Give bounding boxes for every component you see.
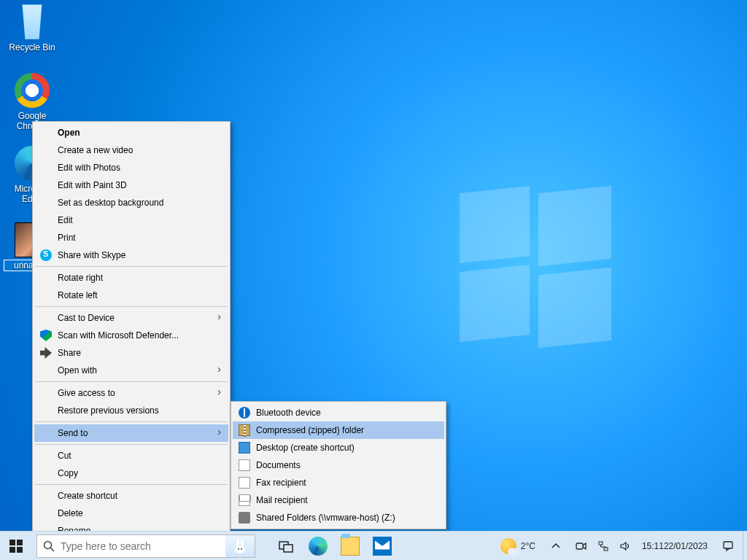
menu-item-label: Open bbox=[58, 128, 80, 138]
sendto-item-shared-folders[interactable]: Shared Folders (\\vmware-host) (Z:) bbox=[233, 509, 444, 526]
menu-item-create-video[interactable]: Create a new video bbox=[34, 141, 228, 159]
action-center-button[interactable] bbox=[713, 532, 743, 560]
menu-item-cut[interactable]: Cut bbox=[34, 447, 228, 464]
meet-now-icon bbox=[576, 540, 587, 552]
menu-item-label: Share bbox=[58, 348, 81, 358]
taskbar-app-edge[interactable] bbox=[302, 532, 334, 561]
menu-item-label: Share with Skype bbox=[58, 250, 125, 260]
menu-item-label: Documents bbox=[256, 460, 301, 470]
menu-item-edit-photos[interactable]: Edit with Photos bbox=[34, 159, 228, 176]
menu-item-label: Create shortcut bbox=[58, 491, 117, 501]
svg-rect-13 bbox=[576, 543, 583, 549]
sendto-submenu: Bluetooth device Compressed (zipped) fol… bbox=[231, 401, 446, 529]
menu-item-label: Open with bbox=[58, 365, 97, 376]
sendto-item-mail[interactable]: Mail recipient bbox=[233, 491, 444, 509]
show-desktop-button[interactable] bbox=[743, 532, 747, 561]
menu-item-give-access-to[interactable]: Give access to bbox=[34, 384, 228, 402]
menu-separator bbox=[35, 444, 228, 445]
menu-item-cast-to-device[interactable]: Cast to Device bbox=[34, 309, 228, 327]
menu-item-label: Edit bbox=[58, 215, 73, 225]
share-icon bbox=[40, 347, 52, 359]
taskbar: 2°C 15:11 22/01/2023 bbox=[0, 531, 747, 560]
chevron-up-icon bbox=[550, 540, 562, 552]
fax-icon bbox=[239, 477, 250, 489]
svg-line-5 bbox=[51, 548, 55, 551]
tray-volume[interactable] bbox=[614, 532, 636, 560]
menu-separator bbox=[35, 266, 228, 267]
svg-point-9 bbox=[238, 548, 239, 550]
sendto-item-documents[interactable]: Documents bbox=[233, 456, 444, 474]
menu-item-print[interactable]: Print bbox=[34, 229, 228, 246]
sendto-item-bluetooth[interactable]: Bluetooth device bbox=[233, 404, 444, 421]
taskbar-search[interactable] bbox=[36, 534, 255, 558]
tray-meet-now[interactable] bbox=[570, 532, 592, 560]
system-tray: 2°C 15:11 22/01/2023 bbox=[495, 532, 747, 560]
task-view-button[interactable] bbox=[270, 532, 302, 561]
menu-item-delete[interactable]: Delete bbox=[34, 505, 228, 522]
svg-rect-12 bbox=[284, 545, 293, 552]
windows-logo-watermark bbox=[460, 190, 613, 343]
menu-item-share-skype[interactable]: Share with Skype bbox=[34, 246, 228, 264]
desktop-icon-recycle-bin[interactable]: Recycle Bin bbox=[4, 4, 60, 52]
menu-item-restore-previous[interactable]: Restore previous versions bbox=[34, 402, 228, 419]
menu-item-label: Bluetooth device bbox=[256, 408, 321, 418]
taskbar-clock[interactable]: 15:11 22/01/2023 bbox=[636, 532, 713, 560]
menu-item-label: Cast to Device bbox=[58, 313, 115, 323]
menu-item-set-background[interactable]: Set as desktop background bbox=[34, 194, 228, 211]
taskbar-app-mail[interactable] bbox=[366, 532, 398, 561]
menu-item-open[interactable]: Open bbox=[34, 124, 228, 141]
menu-item-create-shortcut[interactable]: Create shortcut bbox=[34, 487, 228, 505]
menu-item-label: Rotate left bbox=[58, 290, 98, 300]
weather-icon bbox=[500, 538, 516, 554]
network-drive-icon bbox=[239, 512, 250, 524]
menu-item-label: Mail recipient bbox=[256, 495, 308, 505]
menu-item-label: Send to bbox=[58, 428, 88, 438]
sendto-item-fax[interactable]: Fax recipient bbox=[233, 474, 444, 491]
menu-item-open-with[interactable]: Open with bbox=[34, 362, 228, 379]
menu-item-label: Delete bbox=[58, 508, 83, 518]
menu-item-label: Give access to bbox=[58, 388, 115, 398]
menu-item-edit-paint3d[interactable]: Edit with Paint 3D bbox=[34, 176, 228, 194]
network-icon bbox=[597, 540, 609, 552]
task-view-icon bbox=[279, 539, 293, 553]
menu-item-label: Set as desktop background bbox=[58, 198, 163, 208]
menu-item-copy[interactable]: Copy bbox=[34, 464, 228, 482]
menu-item-label: Scan with Microsoft Defender... bbox=[58, 330, 179, 341]
search-highlight-icon[interactable] bbox=[225, 535, 255, 557]
tray-overflow-button[interactable] bbox=[541, 532, 570, 560]
defender-shield-icon bbox=[40, 330, 52, 341]
svg-point-4 bbox=[44, 541, 52, 548]
menu-item-label: Fax recipient bbox=[256, 478, 306, 488]
skype-icon bbox=[40, 249, 52, 261]
menu-item-defender-scan[interactable]: Scan with Microsoft Defender... bbox=[34, 327, 228, 344]
menu-separator bbox=[35, 421, 228, 422]
bluetooth-icon bbox=[239, 407, 250, 419]
menu-separator bbox=[35, 306, 228, 307]
windows-start-icon bbox=[9, 540, 23, 553]
menu-item-share[interactable]: Share bbox=[34, 344, 228, 362]
menu-item-rotate-left[interactable]: Rotate left bbox=[34, 287, 228, 304]
sendto-item-compressed-folder[interactable]: Compressed (zipped) folder bbox=[233, 421, 444, 439]
menu-item-label: Shared Folders (\\vmware-host) (Z:) bbox=[256, 513, 395, 523]
start-button[interactable] bbox=[0, 532, 32, 561]
svg-point-7 bbox=[236, 539, 239, 548]
desktop[interactable]: Recycle Bin Google Chrome Microsoft Edge… bbox=[0, 0, 747, 560]
svg-rect-14 bbox=[599, 542, 603, 545]
search-input[interactable] bbox=[61, 540, 225, 552]
zip-folder-icon bbox=[239, 424, 250, 436]
sendto-item-desktop-shortcut[interactable]: Desktop (create shortcut) bbox=[233, 439, 444, 456]
search-icon bbox=[37, 540, 61, 552]
notification-icon bbox=[722, 540, 734, 552]
menu-item-label: Desktop (create shortcut) bbox=[256, 443, 355, 453]
menu-item-send-to[interactable]: Send to bbox=[34, 424, 228, 442]
mail-icon bbox=[239, 494, 250, 506]
svg-point-10 bbox=[241, 548, 242, 550]
menu-item-rotate-right[interactable]: Rotate right bbox=[34, 269, 228, 287]
menu-item-edit[interactable]: Edit bbox=[34, 211, 228, 229]
svg-rect-15 bbox=[604, 548, 608, 551]
taskbar-app-file-explorer[interactable] bbox=[334, 532, 366, 561]
menu-item-label: Edit with Photos bbox=[58, 163, 120, 173]
svg-rect-3 bbox=[17, 547, 23, 553]
weather-widget[interactable]: 2°C bbox=[495, 532, 541, 560]
tray-network[interactable] bbox=[592, 532, 614, 560]
